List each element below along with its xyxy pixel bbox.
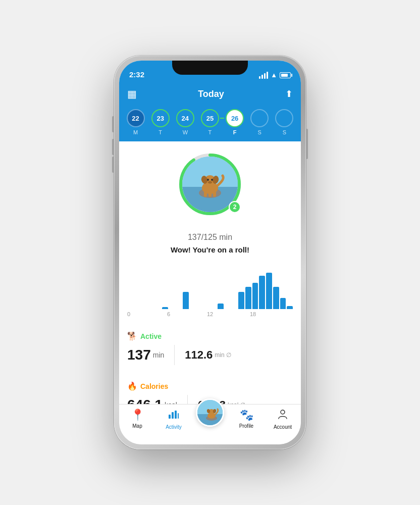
status-bar: 2:32 ▲ — [119, 61, 301, 83]
nav-activity[interactable]: Activity — [155, 409, 192, 430]
date-label-25: T — [208, 129, 212, 135]
active-avg-unit: min ∅ — [215, 351, 231, 359]
date-label-24: W — [183, 129, 188, 135]
date-label-s1: S — [258, 129, 261, 135]
phone-screen: 2:32 ▲ ▦ Today ⬆ 22 M — [119, 61, 301, 444]
date-circle-25: 25 — [201, 109, 219, 127]
calories-label: Calories — [140, 382, 168, 390]
bar-17 — [245, 287, 251, 309]
account-icon — [277, 409, 288, 423]
active-avg-value: 112.6 — [185, 348, 213, 362]
date-item-26[interactable]: 26 F — [226, 109, 244, 135]
battery-icon — [280, 72, 291, 78]
dog-center-image — [197, 400, 224, 427]
date-circle-22: 22 — [127, 109, 145, 127]
svg-rect-12 — [204, 191, 207, 197]
chart-label-18: 18 — [250, 311, 256, 317]
chart-bars — [127, 269, 293, 309]
notch — [172, 61, 248, 75]
status-time: 2:32 — [129, 70, 144, 79]
wifi-icon: ▲ — [271, 71, 277, 79]
bar-16 — [238, 292, 244, 309]
chart-label-0: 0 — [127, 311, 130, 317]
bar-8 — [183, 292, 189, 309]
nav-map-label: Map — [132, 423, 142, 429]
date-label-22: M — [133, 129, 138, 135]
nav-account[interactable]: Account — [265, 409, 301, 430]
signal-icon — [259, 72, 268, 79]
svg-rect-14 — [213, 191, 216, 197]
nav-account-label: Account — [274, 424, 292, 430]
chart-label-12: 12 — [207, 311, 213, 317]
dog-center-avatar — [196, 398, 224, 427]
date-label-26: F — [233, 129, 237, 135]
date-item-23[interactable]: 23 T — [151, 109, 170, 135]
date-circle-26: 26 — [226, 109, 244, 127]
svg-rect-18 — [178, 413, 179, 419]
nav-profile[interactable]: 🐾 Profile — [228, 409, 265, 429]
date-item-22[interactable]: 22 M — [127, 109, 145, 135]
bar-20 — [266, 273, 272, 309]
minutes-unit: /125 min — [201, 233, 232, 241]
share-icon[interactable]: ⬆ — [285, 88, 293, 99]
activity-chart-icon — [168, 409, 179, 420]
profile-section: 2 137/125 min Wow! You're on a roll! — [119, 141, 301, 262]
date-circle-23: 23 — [151, 109, 170, 127]
date-label-s2: S — [283, 129, 286, 135]
svg-point-26 — [281, 410, 285, 414]
active-label: Active — [140, 332, 162, 340]
phone-frame: 2:32 ▲ ▦ Today ⬆ 22 M — [114, 56, 306, 449]
date-strip: 22 M 23 T 24 W 25 T — [119, 105, 301, 141]
svg-point-9 — [207, 179, 209, 181]
svg-point-10 — [211, 179, 213, 181]
nav-activity-label: Activity — [166, 424, 182, 430]
account-person-icon — [277, 409, 288, 420]
date-label-23: T — [159, 129, 162, 135]
status-icons: ▲ — [259, 71, 291, 79]
date-circle-24: 24 — [176, 109, 194, 127]
date-item-s1[interactable]: S — [250, 109, 269, 135]
profile-icon: 🐾 — [240, 409, 253, 422]
ring-container: 2 — [177, 152, 243, 217]
minutes-current: 137 — [188, 233, 201, 241]
stat-divider — [174, 345, 175, 365]
active-unit: min — [153, 351, 165, 359]
bar-22 — [280, 298, 286, 309]
map-icon: 📍 — [131, 409, 144, 422]
bottom-nav: 📍 Map Activity — [119, 404, 301, 444]
calories-header: 🔥 Calories — [127, 381, 293, 391]
bar-13 — [218, 304, 224, 309]
bar-21 — [273, 287, 279, 309]
calendar-icon[interactable]: ▦ — [127, 88, 137, 100]
date-item-s2[interactable]: S — [275, 109, 293, 135]
activity-icon — [168, 409, 179, 423]
svg-point-11 — [208, 181, 212, 184]
app-header: ▦ Today ⬆ — [119, 83, 301, 105]
nav-map[interactable]: 📍 Map — [119, 409, 155, 429]
svg-rect-13 — [208, 191, 212, 197]
bar-5 — [162, 307, 168, 309]
date-circle-s2 — [275, 109, 293, 127]
bar-19 — [259, 276, 265, 309]
active-stats-section: 🐕 Active 137 min 112.6 min ∅ — [119, 325, 301, 371]
motivational-text: Wow! You're on a roll! — [171, 245, 249, 254]
active-header: 🐕 Active — [127, 331, 293, 341]
chart-labels: 0 6 12 18 — [127, 309, 293, 317]
nav-dog-center[interactable] — [192, 409, 228, 427]
active-value: 137 — [127, 347, 151, 363]
date-item-24[interactable]: 24 W — [176, 109, 194, 135]
badge-count: 2 — [229, 201, 241, 213]
chart-label-6: 6 — [167, 311, 170, 317]
chart-section: 0 6 12 18 — [119, 263, 301, 321]
nav-profile-label: Profile — [239, 423, 253, 429]
content-area: 2 137/125 min Wow! You're on a roll! — [119, 141, 301, 406]
active-icon: 🐕 — [127, 331, 137, 341]
header-title: Today — [198, 89, 224, 99]
svg-rect-16 — [172, 412, 174, 419]
date-item-25[interactable]: 25 T — [201, 109, 219, 135]
date-circle-s1 — [250, 109, 269, 127]
minutes-display: 137/125 min — [188, 223, 232, 244]
bar-18 — [252, 283, 258, 309]
calories-icon: 🔥 — [127, 381, 137, 391]
svg-rect-15 — [169, 415, 171, 419]
